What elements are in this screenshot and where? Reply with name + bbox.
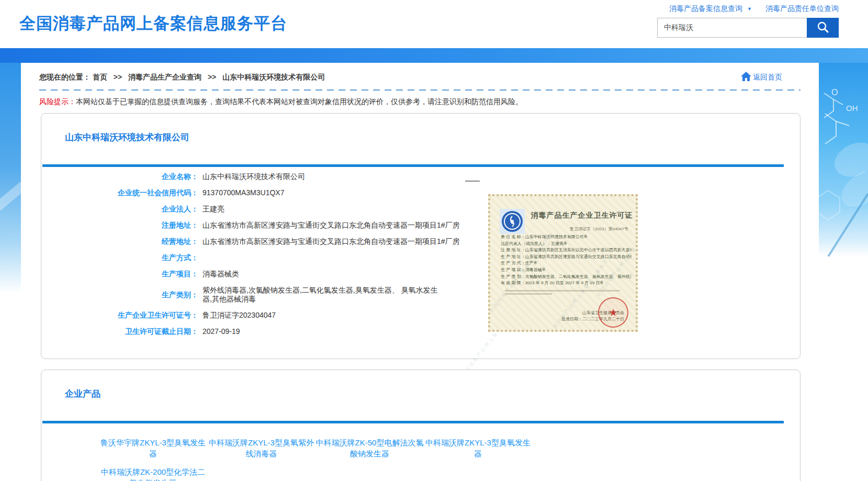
field-label: 生产类别： <box>41 290 198 299</box>
field-label: 经营地址： <box>41 237 198 246</box>
dashed-divider <box>39 90 801 91</box>
field-row: 生产方式： <box>41 250 800 266</box>
risk-notice-text: 本网站仅基于已掌握的信息提供查询服务，查询结果不代表本网站对被查询对象信用状况的… <box>76 97 523 106</box>
company-panel: 山东中科瑞沃环境技术有限公司 企业名称： 山东中科瑞沃环境技术有限公司 企业统一… <box>41 113 801 359</box>
field-label: 企业统一社会信用代码： <box>41 188 198 197</box>
field-label: 注册地址： <box>41 221 198 230</box>
field-label: 生产项目： <box>41 270 198 278</box>
field-row: 经营地址： 山东省潍坊市高新区潍安路与宝通街交叉路口东北角自动变速器一期项目1#… <box>41 233 800 250</box>
background-right-decoration: O OH <box>819 63 868 256</box>
field-value: 91370700MA3M3U1QX7 <box>202 188 284 197</box>
site-title: 全国消毒产品网上备案信息服务平台 <box>19 13 287 35</box>
field-row: 卫生许可证截止日期： 2027-09-19 <box>41 323 800 340</box>
field-value: 紫外线消毒器,次氯酸钠发生器,二氧化氯发生器,臭氧发生器、 臭氧水发生器,其他器… <box>202 286 442 304</box>
field-row: 注册地址： 山东省潍坊市高新区潍安路与宝通街交叉路口东北角自动变速器一期项目1#… <box>41 217 800 233</box>
product-link[interactable]: 中科瑞沃牌ZK-50型电解法次氯酸钠发生器 <box>315 437 424 459</box>
top-nav: 消毒产品备案信息查询 ▼ 消毒产品责任单位查询 <box>669 4 839 14</box>
field-label: 卫生许可证截止日期： <box>41 327 198 336</box>
product-link[interactable]: 中科瑞沃牌ZK-200型化学法二氧化氯发生器 <box>99 466 207 481</box>
field-label: 生产企业卫生许可证号： <box>41 311 198 320</box>
field-row: 生产企业卫生许可证号： 鲁卫消证字202304047 <box>41 307 800 323</box>
field-value: 王建亮 <box>202 205 224 214</box>
home-icon <box>740 71 752 83</box>
background-streak <box>0 180 21 217</box>
field-value: 消毒器械类 <box>202 270 239 278</box>
breadcrumb-current: 山东中科瑞沃环境技术有限公司 <box>222 73 325 81</box>
field-label: 企业名称： <box>41 172 198 181</box>
field-row: 企业法人： 王建亮 <box>41 201 800 217</box>
certificate-line: 单 位 名 称：山东中科瑞沃环境技术有限公司※ <box>501 234 632 241</box>
health-commission-emblem-icon <box>500 209 525 234</box>
certificate-line: 注 册 地 址：山东省潍坊高新区玉清东街以北中心次干道以西高新大厦902室科苑 <box>501 247 632 254</box>
header-band <box>0 48 868 63</box>
field-row: 生产项目： 消毒器械类 <box>41 266 800 282</box>
product-link[interactable]: 中科瑞沃牌ZKYL-3型臭氧紫外线消毒器 <box>207 437 315 459</box>
main-container: 您现在的位置： 首页 >> 消毒产品生产企业查询 >> 山东中科瑞沃环境技术有限… <box>21 63 819 481</box>
certificate-line: 法定代表人（或负责人）：王建亮※ <box>501 241 632 248</box>
product-list: 鲁沃华宇牌ZKYL-3型臭氧发生器 中科瑞沃牌ZKYL-3型臭氧紫外线消毒器 中… <box>41 423 533 481</box>
nav-responsible-unit-query-link[interactable]: 消毒产品责任单位查询 <box>765 4 839 14</box>
site-header: 全国消毒产品网上备案信息服务平台 消毒产品备案信息查询 ▼ 消毒产品责任单位查询 <box>0 0 868 48</box>
breadcrumb-separator: >> <box>114 73 122 81</box>
certificate-line: 生 产 方 式：生产※ <box>501 260 632 267</box>
breadcrumb-row: 您现在的位置： 首页 >> 消毒产品生产企业查询 >> 山东中科瑞沃环境技术有限… <box>21 63 819 83</box>
back-home-link[interactable]: 返回首页 <box>740 71 782 83</box>
breadcrumb-enterprise-query[interactable]: 消毒产品生产企业查询 <box>128 73 201 81</box>
field-label: 企业法人： <box>41 205 198 214</box>
breadcrumb-home[interactable]: 首页 <box>93 73 107 81</box>
dash-mark <box>465 181 480 182</box>
breadcrumb-prefix: 您现在的位置： <box>39 73 91 81</box>
svg-text:O: O <box>831 88 838 97</box>
field-label: 生产方式： <box>41 253 198 262</box>
header-right: 消毒产品备案信息查询 ▼ 消毒产品责任单位查询 <box>657 4 839 38</box>
field-value: 山东中科瑞沃环境技术有限公司 <box>202 172 305 181</box>
field-row: 企业名称： 山东中科瑞沃环境技术有限公司 <box>41 169 800 185</box>
certificate-title: 消毒产品生产企业卫生许可证 <box>528 211 636 220</box>
field-value: 2027-09-19 <box>202 327 240 336</box>
search-button[interactable] <box>807 18 839 38</box>
license-certificate-image: 消毒产品生产企业卫生许可证 鲁卫消证字（2023）第04047号 单 位 名 称… <box>488 194 638 332</box>
molecule-illustration: O OH <box>819 63 868 256</box>
risk-notice-label: 风险提示： <box>39 97 76 106</box>
company-panel-title: 山东中科瑞沃环境技术有限公司 <box>41 114 800 143</box>
red-seal-stamp: ★ <box>598 297 628 328</box>
search-input[interactable] <box>657 18 807 38</box>
fine-print-bar <box>505 293 552 295</box>
product-link[interactable]: 鲁沃华宇牌ZKYL-3型臭氧发生器 <box>99 437 207 459</box>
field-value: 山东省潍坊市高新区潍安路与宝通街交叉路口东北角自动变速器一期项目1#厂房 <box>202 221 460 230</box>
certificate-number: 鲁卫消证字（2023）第04047号 <box>570 226 628 232</box>
chevron-down-icon[interactable]: ▼ <box>747 6 752 12</box>
field-row: 生产类别： 紫外线消毒器,次氯酸钠发生器,二氧化氯发生器,臭氧发生器、 臭氧水发… <box>41 282 800 307</box>
background-left-decoration <box>0 63 21 293</box>
products-panel: 企业产品 鲁沃华宇牌ZKYL-3型臭氧发生器 中科瑞沃牌ZKYL-3型臭氧紫外线… <box>41 370 801 481</box>
risk-notice: 风险提示：本网站仅基于已掌握的信息提供查询服务，查询结果不代表本网站对被查询对象… <box>39 97 801 107</box>
breadcrumb-separator: >> <box>208 73 216 81</box>
nav-record-info-query-link[interactable]: 消毒产品备案信息查询 <box>669 4 742 14</box>
field-value: 山东省潍坊市高新区潍安路与宝通街交叉路口东北角自动变速器一期项目1#厂房 <box>202 237 460 246</box>
field-row: 企业统一社会信用代码： 91370700MA3M3U1QX7 <box>41 185 800 201</box>
seal-star-icon: ★ <box>608 306 618 319</box>
svg-text:OH: OH <box>846 104 858 113</box>
product-link[interactable]: 中科瑞沃牌ZKYL-3型臭氧发生器 <box>424 437 532 459</box>
search-icon <box>816 20 830 36</box>
breadcrumb: 您现在的位置： 首页 >> 消毒产品生产企业查询 >> 山东中科瑞沃环境技术有限… <box>39 73 325 82</box>
field-value: 鲁卫消证字202304047 <box>202 311 276 320</box>
search-box <box>657 18 839 38</box>
back-home-label: 返回首页 <box>753 73 782 82</box>
company-fields: 企业名称： 山东中科瑞沃环境技术有限公司 企业统一社会信用代码： 9137070… <box>41 167 800 340</box>
products-panel-title: 企业产品 <box>41 370 800 400</box>
